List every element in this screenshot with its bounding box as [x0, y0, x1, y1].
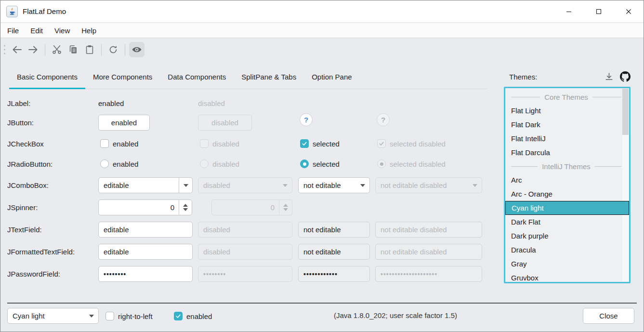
theme-item-gruvbox[interactable]: Gruvbox: [505, 271, 629, 283]
lookandfeel-combobox[interactable]: Cyan light: [7, 308, 99, 324]
tab-option-pane[interactable]: Option Pane: [304, 65, 359, 89]
jtextfield-col2-disabled[interactable]: disabled: [198, 222, 292, 238]
tab-data-components[interactable]: Data Components: [160, 65, 234, 89]
theme-item-dark-purple[interactable]: Dark purple: [505, 229, 629, 243]
jspinner-col2-disabled[interactable]: 0: [211, 199, 292, 215]
jradiobutton-col3[interactable]: selected: [300, 159, 340, 168]
github-icon[interactable]: [620, 71, 631, 82]
jpasswordfield-col1[interactable]: ••••••••: [98, 266, 193, 282]
jradiobutton-col2-disabled[interactable]: disabled: [200, 159, 239, 168]
enabled-label: enabled: [186, 312, 212, 320]
jtextfield-col1[interactable]: editable: [98, 222, 193, 238]
theme-item-flat-darcula[interactable]: Flat Darcula: [505, 146, 629, 159]
jlabel-label: JLabel:: [7, 97, 97, 110]
right-to-left-checkbox[interactable]: right-to-left: [105, 312, 153, 320]
status-text: (Java 1.8.0_202; user scale factor 1.5): [309, 311, 482, 319]
jcheckbox-label: JCheckBox: [7, 139, 97, 149]
jspinner-row: JSpinner:00: [0, 199, 487, 215]
jpasswordfield-col2-disabled[interactable]: ••••••••: [198, 266, 292, 282]
close-window-button[interactable]: [614, 0, 644, 22]
window-title: FlatLaf Demo: [23, 7, 66, 15]
paste-icon[interactable]: [82, 42, 97, 57]
radio-box: [377, 159, 386, 168]
theme-item-arc[interactable]: Arc: [505, 173, 629, 187]
jbutton-col1[interactable]: enabled: [98, 115, 150, 131]
spinner-arrows-icon[interactable]: [279, 200, 292, 215]
jcombobox-col4-disabled[interactable]: not editable disabled: [375, 177, 482, 193]
forward-icon[interactable]: [26, 42, 41, 57]
theme-item-flat-light[interactable]: Flat Light: [505, 104, 629, 118]
theme-item-flat-dark[interactable]: Flat Dark: [505, 118, 629, 132]
radio-box: [200, 159, 209, 168]
spinner-arrows-icon[interactable]: [179, 200, 192, 215]
chevron-down-icon: [278, 178, 292, 193]
jtextfield-col3[interactable]: not editable: [298, 222, 370, 238]
jpasswordfield-col4-disabled[interactable]: ••••••••••••••••••••: [375, 266, 482, 282]
minimize-button[interactable]: [554, 0, 584, 22]
close-button[interactable]: Close: [583, 308, 634, 324]
theme-item-gray[interactable]: Gray: [505, 257, 629, 271]
toolbar: [0, 39, 644, 61]
jbutton-label: JButton:: [7, 115, 97, 131]
theme-item-flat-intellij[interactable]: Flat IntelliJ: [505, 132, 629, 146]
back-icon[interactable]: [9, 42, 25, 57]
theme-item-arc-orange[interactable]: Arc - Orange: [505, 187, 629, 201]
window-controls: [554, 0, 644, 22]
theme-item-dracula[interactable]: Dracula: [505, 243, 629, 257]
toolbar-separator: [101, 44, 102, 56]
titlebar: FlatLaf Demo: [0, 0, 644, 23]
app-window: FlatLaf Demo FileEditViewHelp: [0, 0, 644, 332]
theme-item-dark-flat[interactable]: Dark Flat: [505, 215, 629, 229]
jcheckbox-col4-disabled[interactable]: selected disabled: [377, 139, 446, 148]
menu-item-edit[interactable]: Edit: [25, 23, 49, 38]
java-app-icon: [6, 6, 18, 17]
jformattedtextfield-col3[interactable]: not editable: [298, 244, 370, 260]
tab-splitpane-tabs[interactable]: SplitPane & Tabs: [234, 65, 304, 89]
jformattedtextfield-col1[interactable]: editable: [98, 244, 193, 260]
themes-group-header: IntelliJ Themes: [505, 159, 629, 173]
jbutton-col3[interactable]: ?: [300, 113, 313, 126]
theme-item-cyan-light[interactable]: Cyan light: [505, 201, 629, 215]
jtextfield-row: JTextField:editabledisablednot editablen…: [0, 222, 487, 238]
toolbar-grip[interactable]: [3, 43, 6, 56]
enabled-checkbox[interactable]: enabled: [174, 312, 212, 320]
jlabel-col2-disabled: disabled: [198, 97, 225, 110]
checkbox-box: [200, 139, 209, 148]
menu-item-file[interactable]: File: [1, 23, 25, 38]
jcombobox-col1[interactable]: editable: [98, 177, 193, 193]
jradiobutton-col4-disabled[interactable]: selected disabled: [377, 159, 446, 168]
show-hidden-eye-icon[interactable]: [129, 42, 145, 57]
cut-icon[interactable]: [49, 42, 65, 57]
tab-basic-components[interactable]: Basic Components: [9, 65, 85, 89]
bottombar: Cyan light right-to-left enabled (Java 1…: [0, 304, 644, 332]
jcombobox-col2-disabled[interactable]: disabled: [198, 177, 292, 193]
menu-item-help[interactable]: Help: [76, 23, 102, 38]
jbutton-row: JButton:enableddisabled??: [0, 115, 487, 131]
jspinner-col1[interactable]: 0: [98, 199, 192, 215]
toolbar-separator: [125, 44, 125, 56]
themes-list: Core ThemesFlat LightFlat DarkFlat Intel…: [504, 87, 631, 283]
jbutton-col2-disabled[interactable]: disabled: [198, 115, 252, 131]
radio-box: [100, 159, 109, 168]
jradiobutton-col1[interactable]: enabled: [100, 159, 138, 168]
menu-item-view[interactable]: View: [49, 23, 76, 38]
jformattedtextfield-col4-disabled[interactable]: not editable disabled: [375, 244, 482, 260]
themes-group-header: Core Themes: [505, 90, 629, 104]
jcheckbox-col3[interactable]: selected: [300, 139, 340, 148]
chevron-down-icon: [356, 178, 369, 193]
jpasswordfield-col3[interactable]: ••••••••••••: [298, 266, 370, 282]
themes-label: Themes:: [509, 73, 537, 81]
jcombobox-col3[interactable]: not editable: [298, 177, 370, 193]
tab-more-components[interactable]: More Components: [85, 65, 160, 89]
maximize-button[interactable]: [584, 0, 614, 22]
copy-icon[interactable]: [66, 42, 81, 57]
jcheckbox-col2-disabled[interactable]: disabled: [200, 139, 239, 148]
download-icon[interactable]: [604, 72, 614, 82]
jformattedtextfield-col2-disabled[interactable]: disabled: [198, 244, 292, 260]
refresh-icon[interactable]: [105, 42, 121, 57]
jtextfield-col4-disabled[interactable]: not editable disabled: [375, 222, 482, 238]
checkbox-box: [100, 139, 109, 148]
jcheckbox-col1[interactable]: enabled: [100, 139, 138, 148]
jbutton-col4-disabled[interactable]: ?: [377, 113, 390, 126]
checkbox-box: [300, 139, 309, 148]
